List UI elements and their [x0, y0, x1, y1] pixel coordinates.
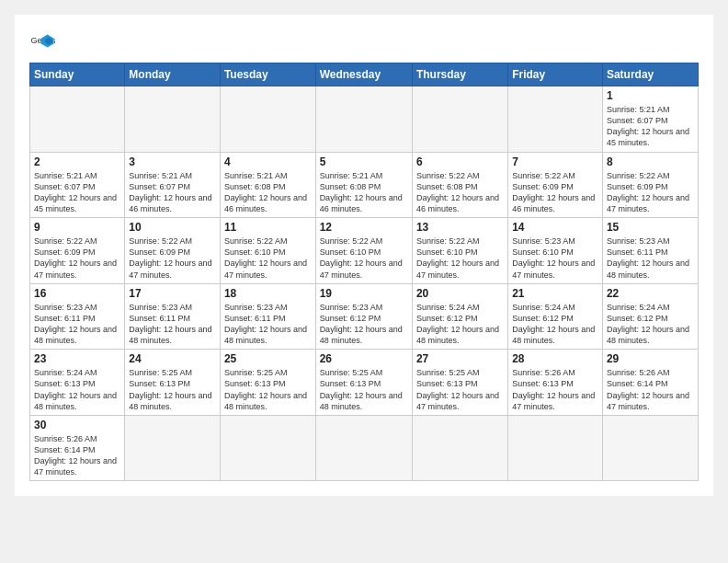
day-info: Sunrise: 5:23 AM Sunset: 6:11 PM Dayligh…: [129, 302, 216, 347]
calendar-week-1: 2Sunrise: 5:21 AM Sunset: 6:07 PM Daylig…: [30, 152, 699, 218]
day-number: 28: [512, 352, 598, 365]
day-number: 1: [607, 89, 694, 102]
day-info: Sunrise: 5:25 AM Sunset: 6:13 PM Dayligh…: [320, 367, 408, 412]
day-number: 12: [320, 221, 408, 234]
day-info: Sunrise: 5:22 AM Sunset: 6:09 PM Dayligh…: [607, 170, 694, 215]
day-info: Sunrise: 5:24 AM Sunset: 6:13 PM Dayligh…: [34, 367, 120, 412]
calendar-cell: 12Sunrise: 5:22 AM Sunset: 6:10 PM Dayli…: [315, 218, 412, 284]
day-info: Sunrise: 5:21 AM Sunset: 6:07 PM Dayligh…: [129, 170, 216, 215]
day-number: 3: [129, 155, 216, 168]
calendar-cell: 29Sunrise: 5:26 AM Sunset: 6:14 PM Dayli…: [602, 350, 698, 416]
day-info: Sunrise: 5:25 AM Sunset: 6:13 PM Dayligh…: [224, 367, 312, 412]
day-number: 20: [416, 287, 504, 300]
calendar-cell: 8Sunrise: 5:22 AM Sunset: 6:09 PM Daylig…: [602, 152, 698, 218]
calendar-week-2: 9Sunrise: 5:22 AM Sunset: 6:09 PM Daylig…: [30, 218, 699, 284]
calendar-cell: 9Sunrise: 5:22 AM Sunset: 6:09 PM Daylig…: [30, 218, 125, 284]
calendar-cell: [30, 86, 125, 153]
calendar-cell: [125, 86, 221, 153]
day-info: Sunrise: 5:26 AM Sunset: 6:13 PM Dayligh…: [512, 367, 598, 412]
day-info: Sunrise: 5:23 AM Sunset: 6:11 PM Dayligh…: [607, 236, 694, 281]
day-number: 26: [320, 352, 408, 365]
calendar-cell: 7Sunrise: 5:22 AM Sunset: 6:09 PM Daylig…: [508, 152, 603, 218]
day-info: Sunrise: 5:21 AM Sunset: 6:07 PM Dayligh…: [607, 104, 694, 149]
day-info: Sunrise: 5:24 AM Sunset: 6:12 PM Dayligh…: [607, 302, 694, 347]
calendar-cell: [315, 415, 412, 481]
generalblue-logo-icon: General: [29, 29, 55, 55]
weekday-header-row: SundayMondayTuesdayWednesdayThursdayFrid…: [30, 63, 699, 86]
day-number: 23: [34, 352, 120, 365]
weekday-header-monday: Monday: [125, 63, 221, 86]
day-number: 24: [129, 352, 216, 365]
day-number: 9: [34, 221, 120, 234]
day-number: 29: [607, 352, 694, 365]
calendar-cell: [220, 86, 315, 153]
calendar-cell: 6Sunrise: 5:22 AM Sunset: 6:08 PM Daylig…: [412, 152, 507, 218]
logo: General: [29, 29, 59, 55]
calendar-cell: 15Sunrise: 5:23 AM Sunset: 6:11 PM Dayli…: [602, 218, 698, 284]
day-info: Sunrise: 5:24 AM Sunset: 6:12 PM Dayligh…: [416, 302, 504, 347]
calendar-cell: 30Sunrise: 5:26 AM Sunset: 6:14 PM Dayli…: [30, 415, 125, 481]
day-info: Sunrise: 5:26 AM Sunset: 6:14 PM Dayligh…: [607, 367, 694, 412]
calendar-cell: 18Sunrise: 5:23 AM Sunset: 6:11 PM Dayli…: [220, 283, 315, 350]
calendar-week-4: 23Sunrise: 5:24 AM Sunset: 6:13 PM Dayli…: [30, 350, 699, 416]
day-number: 25: [224, 352, 312, 365]
weekday-header-tuesday: Tuesday: [220, 63, 315, 86]
day-info: Sunrise: 5:23 AM Sunset: 6:11 PM Dayligh…: [224, 302, 312, 347]
calendar-cell: 17Sunrise: 5:23 AM Sunset: 6:11 PM Dayli…: [125, 283, 221, 350]
day-number: 19: [320, 287, 408, 300]
calendar-cell: 21Sunrise: 5:24 AM Sunset: 6:12 PM Dayli…: [508, 283, 603, 350]
day-info: Sunrise: 5:22 AM Sunset: 6:10 PM Dayligh…: [320, 236, 408, 281]
day-info: Sunrise: 5:21 AM Sunset: 6:07 PM Dayligh…: [34, 170, 120, 215]
day-number: 10: [129, 221, 216, 234]
day-number: 15: [607, 221, 694, 234]
day-number: 8: [607, 155, 694, 168]
day-number: 30: [34, 419, 120, 431]
calendar-cell: 3Sunrise: 5:21 AM Sunset: 6:07 PM Daylig…: [125, 152, 221, 218]
calendar-cell: 11Sunrise: 5:22 AM Sunset: 6:10 PM Dayli…: [220, 218, 315, 284]
day-info: Sunrise: 5:22 AM Sunset: 6:10 PM Dayligh…: [224, 236, 312, 281]
calendar-cell: 4Sunrise: 5:21 AM Sunset: 6:08 PM Daylig…: [220, 152, 315, 218]
day-info: Sunrise: 5:23 AM Sunset: 6:11 PM Dayligh…: [34, 302, 120, 347]
day-number: 22: [607, 287, 694, 300]
day-number: 4: [224, 155, 312, 168]
day-number: 14: [512, 221, 598, 234]
day-info: Sunrise: 5:23 AM Sunset: 6:10 PM Dayligh…: [512, 236, 598, 281]
weekday-header-sunday: Sunday: [30, 63, 125, 86]
calendar-cell: 14Sunrise: 5:23 AM Sunset: 6:10 PM Dayli…: [508, 218, 603, 284]
day-number: 5: [320, 155, 408, 168]
day-info: Sunrise: 5:22 AM Sunset: 6:09 PM Dayligh…: [512, 170, 598, 215]
day-number: 18: [224, 287, 312, 300]
day-info: Sunrise: 5:26 AM Sunset: 6:14 PM Dayligh…: [34, 433, 120, 478]
calendar-table: SundayMondayTuesdayWednesdayThursdayFrid…: [29, 63, 699, 481]
day-number: 2: [34, 155, 120, 168]
day-number: 27: [416, 352, 504, 365]
calendar-cell: 10Sunrise: 5:22 AM Sunset: 6:09 PM Dayli…: [125, 218, 221, 284]
day-info: Sunrise: 5:24 AM Sunset: 6:12 PM Dayligh…: [512, 302, 598, 347]
calendar-cell: [508, 86, 603, 153]
calendar-cell: 25Sunrise: 5:25 AM Sunset: 6:13 PM Dayli…: [220, 350, 315, 416]
calendar-page: General SundayMondayTuesdayWednesdayThur…: [15, 15, 713, 496]
weekday-header-wednesday: Wednesday: [315, 63, 412, 86]
calendar-cell: 19Sunrise: 5:23 AM Sunset: 6:12 PM Dayli…: [315, 283, 412, 350]
weekday-header-friday: Friday: [508, 63, 603, 86]
calendar-cell: [125, 415, 221, 481]
calendar-cell: 16Sunrise: 5:23 AM Sunset: 6:11 PM Dayli…: [30, 283, 125, 350]
day-number: 16: [34, 287, 120, 300]
day-number: 6: [416, 155, 504, 168]
day-info: Sunrise: 5:25 AM Sunset: 6:13 PM Dayligh…: [129, 367, 216, 412]
calendar-cell: 20Sunrise: 5:24 AM Sunset: 6:12 PM Dayli…: [412, 283, 507, 350]
calendar-cell: 28Sunrise: 5:26 AM Sunset: 6:13 PM Dayli…: [508, 350, 603, 416]
calendar-week-5: 30Sunrise: 5:26 AM Sunset: 6:14 PM Dayli…: [30, 415, 699, 481]
day-info: Sunrise: 5:21 AM Sunset: 6:08 PM Dayligh…: [224, 170, 312, 215]
day-info: Sunrise: 5:23 AM Sunset: 6:12 PM Dayligh…: [320, 302, 408, 347]
day-number: 13: [416, 221, 504, 234]
day-info: Sunrise: 5:25 AM Sunset: 6:13 PM Dayligh…: [416, 367, 504, 412]
day-number: 21: [512, 287, 598, 300]
calendar-cell: [220, 415, 315, 481]
calendar-week-3: 16Sunrise: 5:23 AM Sunset: 6:11 PM Dayli…: [30, 283, 699, 350]
calendar-cell: 26Sunrise: 5:25 AM Sunset: 6:13 PM Dayli…: [315, 350, 412, 416]
calendar-cell: 5Sunrise: 5:21 AM Sunset: 6:08 PM Daylig…: [315, 152, 412, 218]
calendar-cell: 2Sunrise: 5:21 AM Sunset: 6:07 PM Daylig…: [30, 152, 125, 218]
calendar-cell: 22Sunrise: 5:24 AM Sunset: 6:12 PM Dayli…: [602, 283, 698, 350]
day-info: Sunrise: 5:21 AM Sunset: 6:08 PM Dayligh…: [320, 170, 408, 215]
